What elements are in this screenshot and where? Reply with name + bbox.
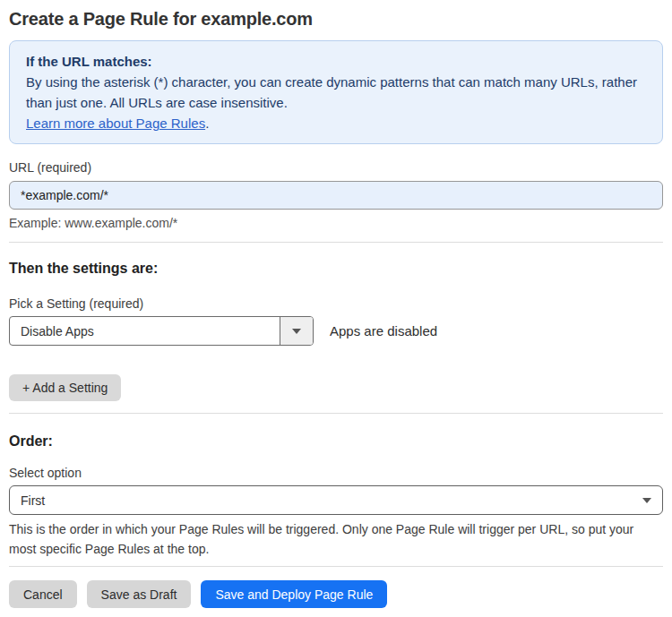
order-select-label: Select option	[9, 466, 663, 480]
setting-select-arrow-button[interactable]	[280, 317, 313, 345]
setting-select-value[interactable]: Disable Apps	[10, 317, 280, 345]
info-box-link-line: Learn more about Page Rules.	[26, 113, 646, 133]
save-as-draft-button[interactable]: Save as Draft	[87, 580, 192, 608]
footer-actions: Cancel Save as Draft Save and Deploy Pag…	[9, 580, 663, 608]
url-field-helper: Example: www.example.com/*	[9, 216, 663, 230]
order-section-heading: Order:	[9, 433, 663, 450]
learn-more-link[interactable]: Learn more about Page Rules	[26, 116, 205, 131]
cancel-button[interactable]: Cancel	[9, 580, 77, 608]
order-helper-text: This is the order in which your Page Rul…	[9, 519, 663, 559]
caret-down-icon	[642, 498, 651, 503]
url-field-label: URL (required)	[9, 160, 663, 175]
link-suffix: .	[205, 116, 209, 131]
url-input[interactable]	[9, 181, 663, 210]
info-box-heading: If the URL matches:	[26, 51, 646, 72]
caret-down-icon	[292, 329, 301, 334]
save-and-deploy-button[interactable]: Save and Deploy Page Rule	[201, 580, 387, 608]
url-match-info-box: If the URL matches: By using the asteris…	[9, 40, 663, 144]
setting-status-text: Apps are disabled	[330, 323, 437, 338]
page-title: Create a Page Rule for example.com	[9, 9, 663, 30]
settings-section-heading: Then the settings are:	[9, 261, 663, 277]
divider	[9, 413, 663, 414]
setting-select[interactable]: Disable Apps	[9, 316, 314, 346]
order-select[interactable]: First	[9, 485, 663, 515]
setting-picker-label: Pick a Setting (required)	[9, 296, 663, 311]
info-box-body: By using the asterisk (*) character, you…	[26, 72, 646, 113]
add-setting-button[interactable]: + Add a Setting	[9, 374, 121, 401]
order-select-value: First	[21, 493, 45, 508]
divider	[9, 242, 663, 243]
divider	[9, 566, 663, 567]
setting-row: Disable Apps Apps are disabled	[9, 316, 663, 346]
